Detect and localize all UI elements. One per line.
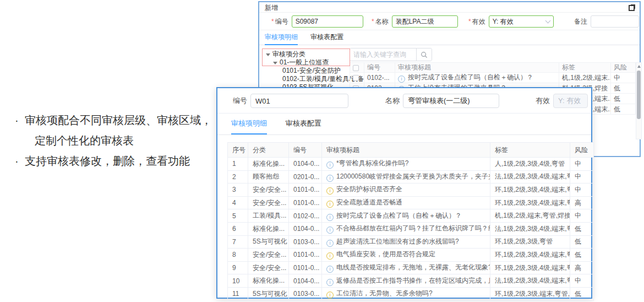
code-label: 编号 [275,17,288,26]
title-text: 按时完成了设备点检了吗（自检＋确认）？ [336,212,462,219]
code-cell: 0101-0... [289,184,322,197]
risk-cell: 高 [570,261,594,274]
table-scrollbar[interactable] [636,62,642,139]
scrollbar-thumb[interactable] [637,71,641,119]
row-checkbox[interactable] [353,75,359,81]
code-cell: 0104-0... [289,222,322,235]
tab-audit-sheet-config[interactable]: 审核表配置 [286,114,321,133]
name-label: 名称 [385,96,400,106]
code-cell: 0104-0... [289,274,322,288]
note-text: 支持审核表修改，删除，查看功能 [25,151,190,171]
risk-cell: 中 [570,209,594,223]
tab-bar: 审核项明细 审核表配置 [217,114,591,135]
note-line: · 审核项配合不同审核层级、审核区域， [15,110,219,131]
column-header: 风险 [570,143,594,158]
table-row[interactable]: 0102-... i按时完成了设备点检了吗（自检＋确认）？ 机,1级,2级,端末… [350,73,636,83]
risk-cell: 中 [570,158,594,171]
risk-cell: 低 [570,235,594,249]
category-cell: 5S与可视化 [248,235,289,249]
table-row[interactable]: 2 顾客抱怨 0201-0... i120000580岐管焊接金属夹子更换为木质… [228,170,594,184]
info-circle-icon: i [326,187,334,195]
column-header: 标签 [490,143,570,158]
risk-cell: 中 [570,184,594,197]
audit-items-table: 序号分类编号审核项标题标签风险 1 标准化操... 0104-0... i*弯管… [227,142,594,301]
search-input[interactable] [350,48,416,61]
valid-select[interactable]: Y: 有效 [489,15,554,28]
info-circle-icon: i [326,201,334,208]
note-bullet [25,131,35,151]
remark-input[interactable] [591,15,639,28]
title-cell: i安全防护标识是否齐全 [322,184,490,197]
maximize-restore-icon[interactable] [629,4,635,11]
note-text: 审核项配合不同审核层级、审核区域， [25,110,212,131]
code-cell: 0102-0... [289,209,322,223]
risk-cell: 低 [611,83,636,94]
code-cell: 0104-0... [289,158,322,171]
name-input[interactable] [403,94,499,108]
category-cell: 顾客抱怨 [248,170,289,184]
seq-cell: 3 [228,184,248,197]
name-input[interactable] [392,15,458,28]
category-cell: 安全/安全... [248,261,289,274]
table-row[interactable]: 10 标准化操... 0104-0... i返修品是否按工作指导书操作，在特定区… [228,274,594,288]
tags-cell: 环,1级,2级,3级,4级,端末,弯... [490,196,570,209]
risk-cell: 中 [570,274,594,288]
info-circle-icon: i [326,161,334,169]
column-header: 序号 [228,143,248,158]
row-select-cell [350,73,364,83]
header-form: 编号 名称 有效 [217,88,591,114]
title-cell: i按时完成了设备点检了吗（自检＋确认）？ [395,73,559,83]
info-circle-icon: i [326,227,334,234]
seq-cell: 1 [228,158,248,171]
name-field-group: 名称 [385,94,499,108]
risk-cell: 低 [611,94,636,104]
code-input[interactable] [250,94,348,108]
title-text: 不合格品都放在红箱内了吗？挂了红色标识牌了吗？红色标识... [336,224,490,232]
category-cell: 标准化操... [248,158,289,171]
tree-child-label: 01-一般上位巡查 [280,58,329,66]
valid-label: 有效 [472,17,485,26]
tags-cell: 环,1级,2级,3级,4级,端末,弯... [490,184,570,197]
table-row[interactable]: 4 安全/安全... 0101-0... i安全疏散通道是否畅通 环,1级,2级… [228,196,594,209]
tab-audit-sheet-config[interactable]: 审核表配置 [310,30,343,44]
tags-cell: 法,1级,2级,3级,4级,端末,弯... [490,274,570,288]
category-cell: 标准化操... [248,222,289,235]
search-button[interactable] [416,48,432,61]
tags-cell: 法,1级,2级,3级,4级,端末,弯... [490,170,570,184]
table-row[interactable]: 7 5S与可视化 0103-0... i超声波清洗工位地面没有过多的水残留吗? … [228,235,594,249]
risk-cell: 低 [570,222,594,235]
tags-cell: 环,1级,2级,3级,弯管 [490,235,570,249]
window-title: 新增 [265,3,278,13]
risk-cell: 中 [611,73,636,83]
table-row[interactable]: 3 安全/安全... 0101-0... i安全防护标识是否齐全 环,1级,2级… [228,184,594,197]
select-all-checkbox[interactable] [353,65,359,71]
name-label: 名称 [375,17,389,26]
table-row[interactable]: 8 安全/安全... 0101-0... i电气插座安装，使用是否符合规定 环,… [228,249,594,262]
valid-input [553,94,588,108]
code-cell: 0101-0... [289,249,322,262]
info-circle-icon: i [326,266,334,273]
table-row[interactable]: 9 安全/安全... 0101-0... i电线是否按规定排布，无拖地，无裸露、… [228,261,594,274]
required-asterisk: * [468,18,471,25]
tags-cell: 环,1级,2级,3级,端末,弯管,焊... [490,287,570,300]
seq-cell: 7 [228,235,248,249]
title-cell: i不合格品都放在红箱内了吗？挂了红色标识牌了吗？红色标识... [322,222,490,235]
code-input[interactable] [292,15,363,28]
category-cell: 标准化操... [248,274,289,288]
table-row[interactable]: 6 标准化操... 0104-0... i不合格品都放在红箱内了吗？挂了红色标识… [228,222,594,235]
tab-audit-item-detail[interactable]: 审核项明细 [265,30,298,45]
tab-audit-item-detail[interactable]: 审核项明细 [231,114,267,134]
tree-root-label: 审核项分类 [272,50,305,58]
title-text: 120000580岐管焊接金属夹子更换为木质夹子，夹子夹取时，... [336,172,490,180]
seq-cell: 9 [228,261,248,274]
table-row[interactable]: 5 工装/模具... 0102-0... i按时完成了设备点检了吗（自检＋确认）… [228,209,594,223]
note-bullet: · [15,110,25,131]
code-field-group: * 编号 [271,15,363,28]
table-row[interactable]: 11 5S与可视化 0103-0... i工位清洁，无异物、无多余物吗? 环,1… [228,287,594,300]
table-row[interactable]: 1 标准化操... 0104-0... i*弯管检具标准化操作吗? 人,1级,2… [228,158,594,171]
remark-field-group: 备注 [574,15,639,28]
category-cell: 5S与可视化 [248,287,289,300]
info-circle-icon: i [326,279,334,286]
note-bullet: · [15,151,25,171]
info-circle-icon: i [326,240,334,247]
